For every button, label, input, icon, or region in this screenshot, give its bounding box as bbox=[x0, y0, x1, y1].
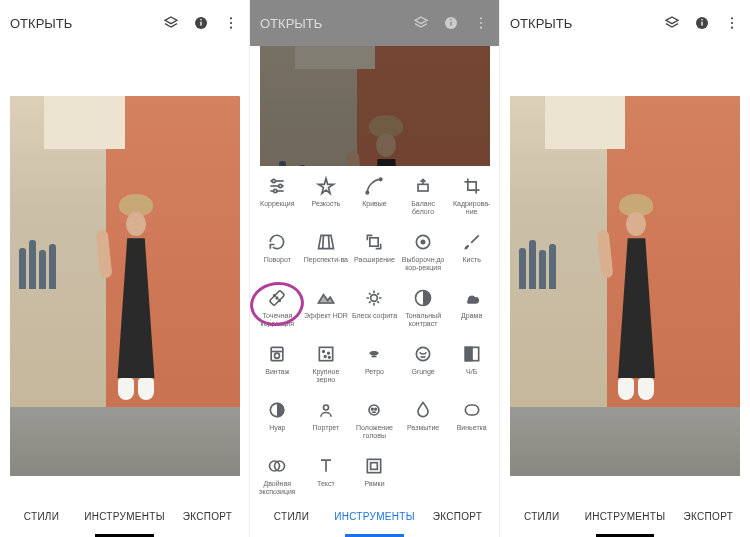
header-actions bbox=[163, 15, 239, 31]
tool-head-pose[interactable]: Положение головы bbox=[351, 400, 398, 452]
layers-icon[interactable] bbox=[664, 15, 680, 31]
tool-retro[interactable]: Ретро bbox=[351, 344, 398, 396]
header: ОТКРЫТЬ bbox=[500, 0, 750, 46]
tool-text[interactable]: Текст bbox=[303, 456, 350, 495]
image-canvas[interactable] bbox=[500, 46, 750, 495]
svg-rect-56 bbox=[701, 19, 702, 20]
svg-line-21 bbox=[323, 235, 324, 248]
tab-export[interactable]: ЭКСПОРТ bbox=[667, 495, 750, 537]
tool-label: Перспекти-ва bbox=[304, 256, 348, 264]
svg-point-45 bbox=[323, 405, 328, 410]
open-button[interactable]: ОТКРЫТЬ bbox=[260, 16, 322, 31]
bottom-tabs: СТИЛИ ИНСТРУМЕНТЫ ЭКСПОРТ bbox=[0, 495, 249, 537]
tool-details[interactable]: Резкость bbox=[303, 176, 350, 228]
svg-point-38 bbox=[324, 356, 326, 358]
tool-label: Положение головы bbox=[351, 424, 397, 439]
tool-curves[interactable]: Кривые bbox=[351, 176, 398, 228]
tool-bw[interactable]: Ч/Б bbox=[448, 344, 495, 396]
tab-tools[interactable]: ИНСТРУМЕНТЫ bbox=[583, 495, 666, 537]
tool-blur[interactable]: Размытие bbox=[400, 400, 447, 452]
photo bbox=[10, 96, 240, 476]
tool-label: Grunge bbox=[411, 368, 434, 376]
svg-point-48 bbox=[375, 408, 377, 410]
tool-label: Коррекция bbox=[260, 200, 294, 208]
tool-noir[interactable]: Нуар bbox=[254, 400, 301, 452]
svg-rect-52 bbox=[368, 459, 381, 472]
info-icon[interactable] bbox=[193, 15, 209, 31]
svg-point-10 bbox=[480, 22, 482, 24]
tool-brush[interactable]: Кисть bbox=[448, 232, 495, 284]
tab-styles[interactable]: СТИЛИ bbox=[250, 495, 333, 537]
svg-point-59 bbox=[731, 27, 733, 29]
svg-point-25 bbox=[421, 240, 424, 243]
svg-point-46 bbox=[369, 405, 379, 415]
tool-selective[interactable]: Выборочн.до кор-рекция bbox=[400, 232, 447, 284]
tool-glamour[interactable]: Блеск софита bbox=[351, 288, 398, 340]
svg-point-18 bbox=[367, 191, 370, 194]
tool-label: Виньетка bbox=[457, 424, 487, 432]
tool-healing[interactable]: Точечная коррекция bbox=[254, 288, 301, 340]
tab-tools[interactable]: ИНСТРУМЕНТЫ bbox=[83, 495, 166, 537]
svg-point-36 bbox=[323, 351, 325, 353]
tool-hdr[interactable]: Эффект HDR bbox=[303, 288, 350, 340]
svg-point-58 bbox=[731, 22, 733, 24]
tool-tonal[interactable]: Тональный контраст bbox=[400, 288, 447, 340]
tab-export[interactable]: ЭКСПОРТ bbox=[416, 495, 499, 537]
image-canvas[interactable] bbox=[0, 46, 249, 495]
svg-point-4 bbox=[230, 22, 232, 24]
tab-styles[interactable]: СТИЛИ bbox=[0, 495, 83, 537]
svg-rect-2 bbox=[200, 19, 201, 20]
tool-label: Двойная экспозиция bbox=[254, 480, 300, 495]
tool-expand[interactable]: Расширение bbox=[351, 232, 398, 284]
screen-right: ОТКРЫТЬ СТИЛИ ИНСТРУМЕНТЫ ЭКСПОРТ bbox=[500, 0, 750, 537]
layers-icon[interactable] bbox=[163, 15, 179, 31]
tool-label: Рамки bbox=[364, 480, 384, 488]
open-button[interactable]: ОТКРЫТЬ bbox=[510, 16, 572, 31]
svg-rect-20 bbox=[418, 184, 428, 191]
svg-point-34 bbox=[275, 353, 280, 358]
tab-export[interactable]: ЭКСПОРТ bbox=[166, 495, 249, 537]
tool-label: Портрет bbox=[313, 424, 340, 432]
tool-portrait[interactable]: Портрет bbox=[303, 400, 350, 452]
tool-label: Выборочн.до кор-рекция bbox=[400, 256, 446, 271]
tab-styles[interactable]: СТИЛИ bbox=[500, 495, 583, 537]
tool-drama[interactable]: Драма bbox=[448, 288, 495, 340]
tool-perspective[interactable]: Перспекти-ва bbox=[303, 232, 350, 284]
more-icon[interactable] bbox=[223, 15, 239, 31]
tool-white-balance[interactable]: Баланс белого bbox=[400, 176, 447, 228]
more-icon[interactable] bbox=[473, 15, 489, 31]
tool-frames[interactable]: Рамки bbox=[351, 456, 398, 495]
svg-point-5 bbox=[230, 27, 232, 29]
tool-label: Расширение bbox=[354, 256, 395, 264]
svg-point-17 bbox=[274, 189, 277, 192]
more-icon[interactable] bbox=[724, 15, 740, 31]
tool-double-exp[interactable]: Двойная экспозиция bbox=[254, 456, 301, 495]
tool-grainy[interactable]: Крупное зерно bbox=[303, 344, 350, 396]
tool-vintage[interactable]: Винтаж bbox=[254, 344, 301, 396]
tool-label: Винтаж bbox=[265, 368, 289, 376]
svg-point-39 bbox=[328, 357, 330, 359]
svg-point-30 bbox=[371, 295, 378, 302]
tab-tools[interactable]: ИНСТРУМЕНТЫ bbox=[333, 495, 416, 537]
open-button[interactable]: ОТКРЫТЬ bbox=[10, 16, 72, 31]
tool-grunge[interactable]: Grunge bbox=[400, 344, 447, 396]
tool-vignette[interactable]: Виньетка bbox=[448, 400, 495, 452]
tool-crop[interactable]: Кадрирова-ние bbox=[448, 176, 495, 228]
tool-label: Драма bbox=[461, 312, 482, 320]
tool-tune[interactable]: Коррекция bbox=[254, 176, 301, 228]
bottom-tabs: СТИЛИ ИНСТРУМЕНТЫ ЭКСПОРТ bbox=[500, 495, 750, 537]
tool-label: Поворот bbox=[264, 256, 291, 264]
svg-rect-23 bbox=[370, 238, 378, 246]
tool-label: Размытие bbox=[407, 424, 439, 432]
image-canvas-dimmed bbox=[250, 46, 499, 166]
photo bbox=[510, 96, 740, 476]
tool-label: Баланс белого bbox=[400, 200, 446, 215]
tools-sheet: КоррекцияРезкостьКривыеБаланс белогоКадр… bbox=[250, 166, 499, 495]
svg-point-16 bbox=[279, 184, 282, 187]
svg-point-29 bbox=[279, 300, 281, 302]
layers-icon[interactable] bbox=[413, 15, 429, 31]
tool-rotate[interactable]: Поворот bbox=[254, 232, 301, 284]
info-icon[interactable] bbox=[694, 15, 710, 31]
info-icon[interactable] bbox=[443, 15, 459, 31]
tool-label: Эффект HDR bbox=[304, 312, 348, 320]
